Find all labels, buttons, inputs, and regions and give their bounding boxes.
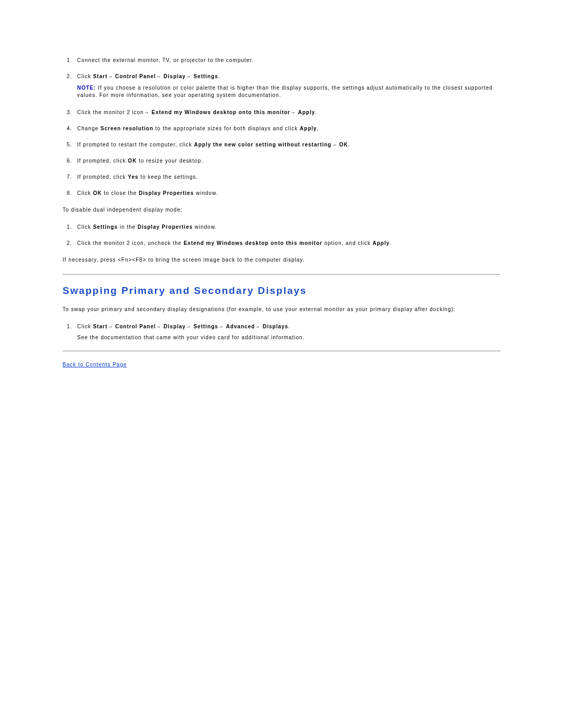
note-body: If you choose a resolution or color pale… xyxy=(77,85,493,98)
label-displays: Displays xyxy=(263,324,288,329)
arrow-icon: → xyxy=(144,109,150,115)
step-1: Connect the external monitor, TV, or pro… xyxy=(77,57,500,63)
arrow-icon: → xyxy=(255,324,261,329)
step-text: Click the monitor 2 icon, uncheck the xyxy=(77,240,183,246)
swap-intro: To swap your primary and secondary displ… xyxy=(63,306,500,313)
arrow-icon: → xyxy=(107,73,113,79)
swap-step-1: Click Start→ Control Panel→ Display→ Set… xyxy=(77,324,500,340)
enable-dual-display-steps: Connect the external monitor, TV, or pro… xyxy=(63,57,500,196)
step-text: Click xyxy=(77,190,93,196)
step-2: Click Start→ Control Panel→ Display→ Set… xyxy=(77,73,500,99)
document-page: Connect the external monitor, TV, or pro… xyxy=(0,0,563,388)
step-sub-text: See the documentation that came with you… xyxy=(77,335,500,340)
step-text: If prompted, click xyxy=(77,158,128,164)
label-control-panel: Control Panel xyxy=(115,324,156,329)
label-settings: Settings xyxy=(93,224,117,230)
step-text: Click xyxy=(77,324,93,329)
section-heading-swap-displays: Swapping Primary and Secondary Displays xyxy=(63,285,500,297)
arrow-icon: → xyxy=(156,73,162,79)
period: . xyxy=(348,142,350,147)
label-apply-without-restart: Apply the new color setting without rest… xyxy=(194,142,332,147)
step-text: If prompted to restart the computer, cli… xyxy=(77,142,194,147)
step-7: If prompted, click Yes to keep the setti… xyxy=(77,174,500,180)
note-block: NOTE: If you choose a resolution or colo… xyxy=(77,84,500,99)
section-divider xyxy=(63,274,500,275)
arrow-icon: → xyxy=(107,324,113,329)
arrow-icon: → xyxy=(290,109,296,115)
label-extend-desktop: Extend my Windows desktop onto this moni… xyxy=(183,240,322,246)
disable-step-1: Click Settings in the Display Properties… xyxy=(77,224,500,230)
label-apply: Apply xyxy=(373,240,390,246)
period: . xyxy=(390,240,392,246)
back-to-contents-link[interactable]: Back to Contents Page xyxy=(63,362,127,367)
step-text: to keep the settings. xyxy=(139,174,198,180)
arrow-icon: → xyxy=(218,324,224,329)
step-text: Click the monitor 2 icon xyxy=(77,109,144,115)
period: . xyxy=(218,73,221,79)
label-settings: Settings xyxy=(193,73,218,79)
label-apply: Apply xyxy=(298,109,315,115)
label-start: Start xyxy=(93,73,107,79)
period: . xyxy=(315,109,317,115)
period: . xyxy=(288,324,290,329)
step-text: to the appropriate sizes for both displa… xyxy=(153,126,300,131)
arrow-icon: → xyxy=(186,73,191,79)
arrow-icon: → xyxy=(156,324,162,329)
step-6: If prompted, click OK to resize your des… xyxy=(77,158,500,164)
label-apply: Apply xyxy=(300,126,317,131)
label-ok: OK xyxy=(93,190,102,196)
step-text: Connect the external monitor, TV, or pro… xyxy=(77,57,254,63)
step-3: Click the monitor 2 icon→ Extend my Wind… xyxy=(77,109,500,115)
step-text: to resize your desktop. xyxy=(137,158,203,164)
label-ok: OK xyxy=(128,158,137,164)
label-extend-desktop: Extend my Windows desktop onto this moni… xyxy=(152,109,290,115)
period: . xyxy=(317,126,319,131)
step-text: Change xyxy=(77,126,101,131)
swap-display-steps: Click Start→ Control Panel→ Display→ Set… xyxy=(63,324,500,340)
label-display-properties: Display Properties xyxy=(138,224,193,230)
arrow-icon: → xyxy=(332,142,337,147)
label-start: Start xyxy=(93,324,107,329)
step-8: Click OK to close the Display Properties… xyxy=(77,190,500,196)
label-ok: OK xyxy=(339,142,348,147)
label-settings: Settings xyxy=(193,324,218,329)
note-label: NOTE: xyxy=(77,85,98,91)
step-text: option, and click xyxy=(322,240,372,246)
step-text: in the xyxy=(118,224,138,230)
section-divider xyxy=(63,351,500,351)
step-4: Change Screen resolution to the appropri… xyxy=(77,126,500,131)
label-advanced: Advanced xyxy=(226,324,255,329)
disable-intro: To disable dual independent display mode… xyxy=(63,206,500,214)
label-control-panel: Control Panel xyxy=(115,73,156,79)
arrow-icon: → xyxy=(186,324,191,329)
step-text: window. xyxy=(193,224,217,230)
disable-step-2: Click the monitor 2 icon, uncheck the Ex… xyxy=(77,240,500,246)
step-text: Click xyxy=(77,73,93,79)
disable-dual-display-steps: Click Settings in the Display Properties… xyxy=(63,224,500,246)
fn-f8-hint: If necessary, press <Fn><F8> to bring th… xyxy=(63,256,500,264)
step-text: If prompted, click xyxy=(77,174,128,180)
label-yes: Yes xyxy=(128,174,138,180)
step-text: to close the xyxy=(102,190,139,196)
step-5: If prompted to restart the computer, cli… xyxy=(77,142,500,147)
label-display-properties: Display Properties xyxy=(139,190,194,196)
step-text: Click xyxy=(77,224,93,230)
step-text: window. xyxy=(194,190,218,196)
label-display: Display xyxy=(164,324,186,329)
label-display: Display xyxy=(164,73,186,79)
label-screen-resolution: Screen resolution xyxy=(101,126,153,131)
